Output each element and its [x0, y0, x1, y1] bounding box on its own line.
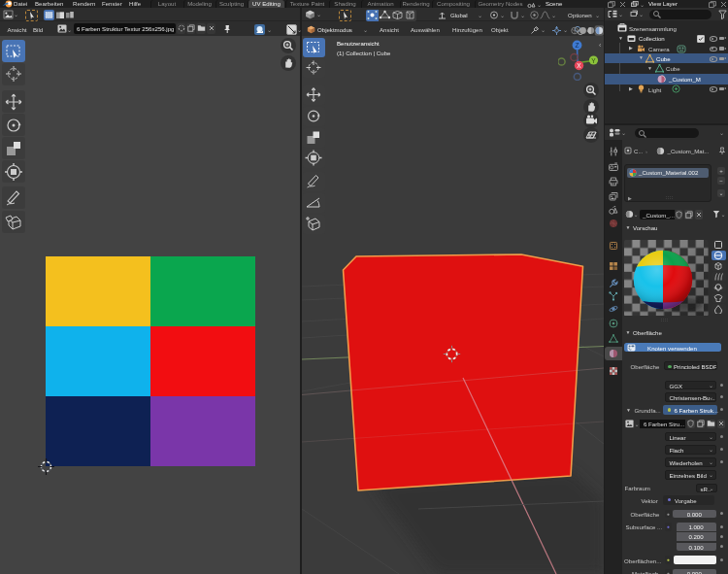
svg-text:X: X [577, 62, 581, 69]
svg-text:Y: Y [591, 57, 596, 64]
svg-text:Z: Z [576, 42, 579, 49]
